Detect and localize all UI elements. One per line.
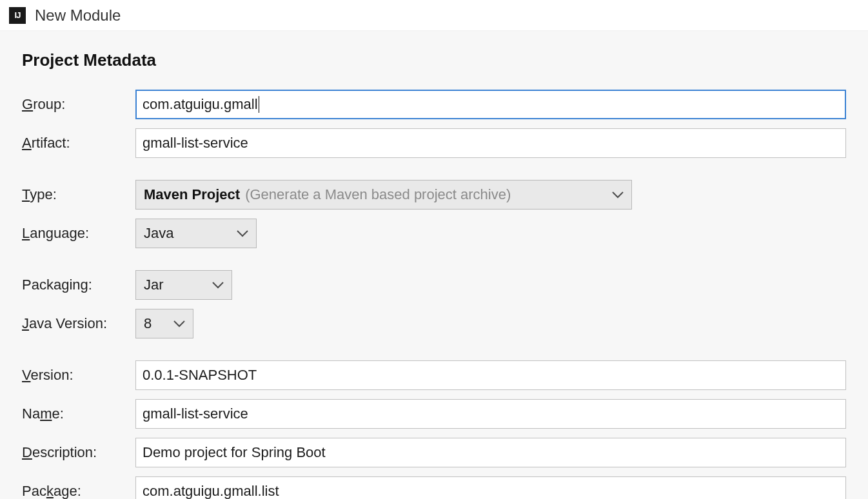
row-package: Package: — [22, 476, 846, 499]
artifact-input[interactable] — [135, 128, 846, 158]
language-dropdown[interactable]: Java — [135, 219, 257, 248]
row-packaging: Packaging: Jar — [22, 270, 846, 300]
row-name: Name: — [22, 399, 846, 429]
label-description: Description: — [22, 444, 135, 461]
content-area: Project Metadata Group: com.atguigu.gmal… — [0, 31, 868, 499]
chevron-down-icon — [229, 230, 248, 237]
label-group: Group: — [22, 96, 135, 113]
chevron-down-icon — [204, 281, 224, 289]
row-type: Type: Maven Project (Generate a Maven ba… — [22, 180, 846, 210]
text-caret — [259, 96, 259, 113]
java-version-dropdown[interactable]: 8 — [135, 309, 193, 338]
version-input[interactable] — [135, 360, 846, 390]
chevron-down-icon — [604, 191, 624, 199]
row-artifact: Artifact: — [22, 128, 846, 158]
row-description: Description: — [22, 438, 846, 467]
group-input[interactable]: com.atguigu.gmall — [135, 90, 846, 119]
package-input[interactable] — [135, 476, 846, 499]
label-packaging: Packaging: — [22, 277, 135, 293]
row-language: Language: Java — [22, 219, 846, 248]
intellij-icon: IJ — [9, 7, 26, 24]
label-package: Package: — [22, 483, 135, 499]
row-java-version: Java Version: 8 — [22, 309, 846, 338]
label-language: Language: — [22, 225, 135, 242]
label-type: Type: — [22, 186, 135, 203]
label-version: Version: — [22, 367, 135, 384]
description-input[interactable] — [135, 438, 846, 467]
row-group: Group: com.atguigu.gmall — [22, 90, 846, 119]
label-java-version: Java Version: — [22, 315, 135, 332]
chevron-down-icon — [166, 320, 185, 328]
title-bar: IJ New Module — [0, 0, 868, 31]
packaging-dropdown[interactable]: Jar — [135, 270, 232, 300]
name-input[interactable] — [135, 399, 846, 429]
section-heading: Project Metadata — [22, 50, 846, 70]
label-artifact: Artifact: — [22, 135, 135, 152]
label-name: Name: — [22, 406, 135, 422]
type-dropdown[interactable]: Maven Project (Generate a Maven based pr… — [135, 180, 632, 210]
row-version: Version: — [22, 360, 846, 390]
window-title: New Module — [35, 6, 121, 24]
